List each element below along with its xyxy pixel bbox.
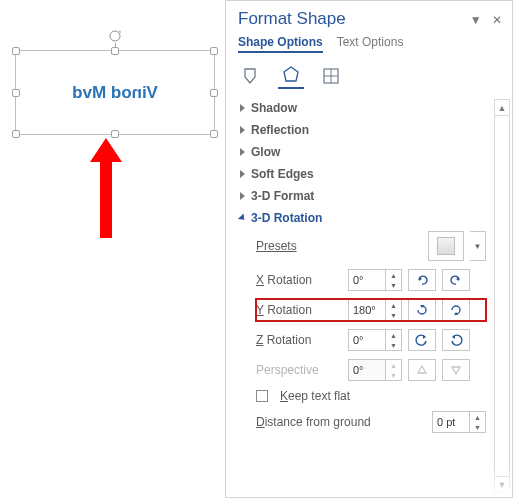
svg-point-0 (110, 31, 120, 41)
section-reflection[interactable]: Reflection (240, 123, 504, 137)
resize-handle[interactable] (12, 89, 20, 97)
chevron-down-icon[interactable]: ▼ (386, 340, 401, 350)
effects-icon[interactable] (278, 63, 304, 89)
tab-shape-options[interactable]: Shape Options (238, 35, 323, 53)
svg-marker-1 (284, 67, 298, 81)
resize-handle[interactable] (12, 130, 20, 138)
resize-handle[interactable] (210, 89, 218, 97)
z-rotate-ccw-button[interactable] (408, 329, 436, 351)
x-rotation-label: X Rotation (256, 273, 342, 287)
x-rotate-left-button[interactable] (408, 269, 436, 291)
scroll-up-icon[interactable]: ▲ (495, 100, 509, 116)
scrollbar[interactable]: ▲ ▼ (494, 99, 510, 493)
perspective-up-button (408, 359, 436, 381)
section-glow[interactable]: Glow (240, 145, 504, 159)
section-shadow[interactable]: Shadow (240, 101, 504, 115)
chevron-up-icon[interactable]: ▲ (470, 412, 485, 422)
resize-handle[interactable] (111, 47, 119, 55)
y-rotation-label: Y Rotation (256, 303, 342, 317)
keep-text-flat-label: Keep text flat (280, 389, 350, 403)
z-rotation-label: Z Rotation (256, 333, 342, 347)
y-rotation-input[interactable]: ▲▼ (348, 299, 402, 321)
pane-menu-button[interactable]: ▼ (470, 13, 482, 27)
y-rotate-up-button[interactable] (408, 299, 436, 321)
resize-handle[interactable] (210, 47, 218, 55)
distance-from-ground-label: Distance from ground (256, 415, 388, 429)
section-3d-rotation[interactable]: 3-D Rotation (240, 211, 504, 225)
resize-handle[interactable] (210, 130, 218, 138)
resize-handle[interactable] (111, 130, 119, 138)
z-rotate-cw-button[interactable] (442, 329, 470, 351)
section-3d-format[interactable]: 3-D Format (240, 189, 504, 203)
presets-label: Presets (256, 239, 342, 253)
pane-title: Format Shape (238, 9, 464, 29)
rotation-handle[interactable] (108, 29, 122, 43)
pane-body: Shadow Reflection Glow Soft Edges 3-D Fo… (226, 95, 512, 497)
size-properties-icon[interactable] (318, 63, 344, 89)
keep-text-flat-checkbox[interactable] (256, 390, 268, 402)
chevron-down-icon[interactable]: ▼ (470, 422, 485, 432)
format-shape-pane: Format Shape ▼ ✕ Shape Options Text Opti… (225, 0, 513, 498)
document-canvas[interactable]: Vinod Mvd (0, 0, 225, 498)
chevron-down-icon[interactable]: ▼ (386, 280, 401, 290)
presets-dropdown[interactable]: ▼ (470, 231, 486, 261)
distance-from-ground-input[interactable]: ▲▼ (432, 411, 486, 433)
y-rotate-down-button[interactable] (442, 299, 470, 321)
perspective-label: Perspective (256, 363, 342, 377)
perspective-down-button (442, 359, 470, 381)
resize-handle[interactable] (12, 47, 20, 55)
perspective-input: ▲▼ (348, 359, 402, 381)
tab-text-options[interactable]: Text Options (337, 35, 404, 53)
close-icon[interactable]: ✕ (492, 13, 502, 27)
section-soft-edges[interactable]: Soft Edges (240, 167, 504, 181)
chevron-down-icon[interactable]: ▼ (386, 310, 401, 320)
annotation-arrow (90, 138, 122, 238)
shape-text: Vinod Mvd (72, 83, 158, 103)
fill-line-icon[interactable] (238, 63, 264, 89)
z-rotation-input[interactable]: ▲▼ (348, 329, 402, 351)
presets-button[interactable] (428, 231, 464, 261)
chevron-up-icon[interactable]: ▲ (386, 270, 401, 280)
selected-shape[interactable]: Vinod Mvd (15, 50, 215, 135)
x-rotate-right-button[interactable] (442, 269, 470, 291)
chevron-up-icon[interactable]: ▲ (386, 300, 401, 310)
chevron-up-icon[interactable]: ▲ (386, 330, 401, 340)
x-rotation-input[interactable]: ▲▼ (348, 269, 402, 291)
